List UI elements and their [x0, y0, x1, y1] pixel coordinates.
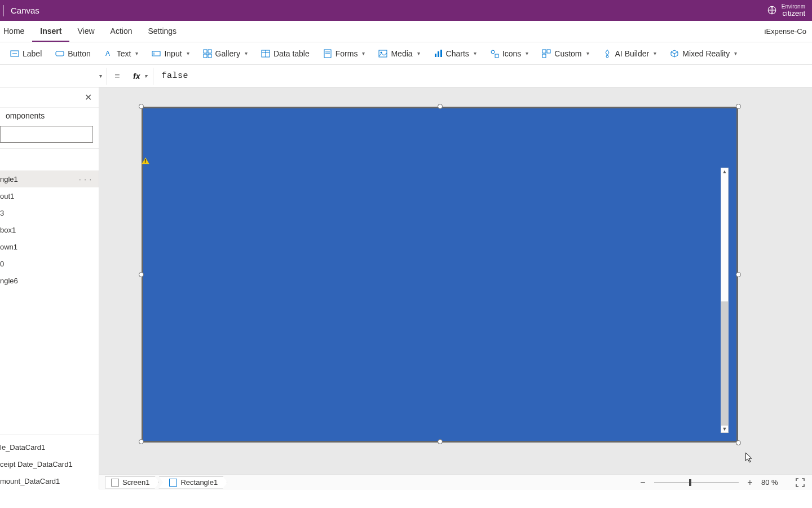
insert-input-text: Input: [164, 49, 182, 58]
property-dropdown[interactable]: ▾: [0, 68, 107, 85]
design-canvas[interactable]: ▲ ▼: [99, 87, 812, 489]
insert-media-button[interactable]: Media ▾: [373, 47, 425, 60]
menu-settings[interactable]: Settings: [140, 21, 185, 42]
chevron-down-icon: ▾: [586, 50, 589, 56]
chevron-down-icon: ▾: [187, 50, 189, 56]
scroll-down-icon[interactable]: ▼: [721, 426, 728, 432]
breadcrumb-control[interactable]: Rectangle1: [158, 476, 227, 489]
insert-button-button[interactable]: Button: [50, 47, 96, 60]
insert-text-button[interactable]: A Text ▾: [99, 47, 144, 60]
zoom-percent: 80 %: [761, 478, 788, 487]
insert-mixedreality-button[interactable]: Mixed Reality ▾: [664, 47, 743, 60]
tree-item[interactable]: out1: [0, 187, 99, 204]
insert-input-button[interactable]: Input ▾: [146, 47, 195, 60]
tree-item[interactable]: ngle1· · ·: [0, 170, 99, 187]
tree-item[interactable]: own1: [0, 238, 99, 255]
tree-item-label: out1: [0, 192, 14, 200]
resize-handle-bottom-mid[interactable]: [438, 439, 443, 444]
tree-item[interactable]: 0: [0, 255, 99, 272]
chevron-down-icon: ▾: [245, 50, 248, 56]
main-area: ✕ omponents ngle1· · ·out13box1own10ngle…: [0, 87, 812, 489]
resize-handle-top-mid[interactable]: [438, 104, 443, 109]
svg-rect-24: [542, 50, 546, 53]
svg-rect-23: [495, 54, 498, 58]
insert-label-button[interactable]: Label: [5, 47, 47, 60]
chevron-down-icon: ▾: [99, 73, 102, 79]
button-icon: [55, 49, 64, 58]
tree-item[interactable]: 3: [0, 204, 99, 221]
svg-rect-8: [208, 50, 211, 53]
tree-item[interactable]: ceipt Date_DataCard1: [0, 456, 99, 472]
insert-icons-button[interactable]: Icons ▾: [484, 47, 534, 60]
label-icon: [10, 49, 19, 58]
svg-rect-17: [379, 50, 387, 57]
scroll-up-icon[interactable]: ▲: [721, 168, 728, 175]
warning-icon[interactable]: [142, 157, 149, 164]
insert-icons-text: Icons: [502, 49, 521, 58]
tree-item-label: 0: [0, 260, 4, 268]
inner-scrollbar[interactable]: ▲ ▼: [721, 168, 729, 433]
resize-handle-top-left[interactable]: [139, 104, 144, 109]
insert-forms-button[interactable]: Forms ▾: [317, 47, 371, 60]
tree-search-input[interactable]: [0, 126, 93, 143]
equals-sign: =: [112, 71, 123, 81]
tree-item-label: le_DataCard1: [0, 443, 45, 452]
resize-handle-bottom-right[interactable]: [736, 440, 741, 445]
breadcrumb-screen-label: Screen1: [122, 478, 149, 487]
svg-rect-20: [438, 51, 439, 57]
chevron-down-icon: ▾: [362, 50, 365, 56]
insert-gallery-button[interactable]: Gallery ▾: [197, 47, 253, 60]
top-menu: Home Insert View Action Settings iExpens…: [0, 21, 812, 42]
insert-aibuilder-button[interactable]: AI Builder ▾: [597, 47, 663, 60]
svg-rect-10: [208, 54, 211, 58]
tree-item-label: own1: [0, 243, 17, 251]
insert-label-text: Label: [23, 49, 42, 58]
resize-handle-bottom-left[interactable]: [139, 439, 144, 444]
zoom-slider-thumb[interactable]: [689, 479, 691, 486]
svg-text:A: A: [105, 50, 110, 58]
formula-input[interactable]: false: [158, 71, 809, 81]
tree-item-label: ngle1: [0, 175, 18, 183]
menu-insert[interactable]: Insert: [32, 21, 69, 42]
breadcrumb-screen[interactable]: Screen1: [105, 476, 159, 489]
chevron-down-icon: ▾: [135, 50, 138, 56]
title-bar: Canvas Environm citizent: [0, 0, 812, 21]
tree-item[interactable]: ngle6: [0, 272, 99, 289]
more-icon[interactable]: · · ·: [79, 175, 94, 183]
svg-rect-7: [204, 50, 207, 53]
tree-item[interactable]: box1: [0, 221, 99, 238]
insert-custom-button[interactable]: Custom ▾: [536, 47, 594, 60]
zoom-out-button[interactable]: −: [638, 478, 647, 488]
zoom-in-button[interactable]: +: [745, 478, 754, 488]
status-bar: Screen1 Rectangle1 − + 80 %: [99, 474, 812, 490]
environment-icon[interactable]: [767, 5, 777, 15]
rectangle-control[interactable]: [142, 107, 738, 443]
insert-button-text: Button: [68, 49, 90, 58]
components-tab[interactable]: omponents: [0, 108, 99, 126]
charts-icon: [434, 49, 443, 58]
resize-handle-top-right[interactable]: [736, 104, 741, 109]
insert-charts-button[interactable]: Charts ▾: [428, 47, 482, 60]
tree-item[interactable]: mount_DataCard1: [0, 472, 99, 489]
fit-to-window-icon[interactable]: [795, 478, 805, 488]
insert-gallery-text: Gallery: [215, 49, 240, 58]
menu-action[interactable]: Action: [103, 21, 140, 42]
gallery-icon: [203, 49, 212, 58]
tree-item-label: box1: [0, 226, 16, 234]
zoom-slider[interactable]: [654, 482, 739, 483]
insert-media-text: Media: [391, 49, 412, 58]
fx-button[interactable]: fx ▾: [127, 68, 153, 85]
resize-handle-mid-left[interactable]: [139, 272, 144, 277]
tree-item-label: 3: [0, 209, 4, 217]
aibuilder-icon: [603, 49, 612, 58]
close-icon[interactable]: ✕: [82, 90, 94, 105]
scrollbar-thumb[interactable]: [721, 301, 728, 426]
tree-item[interactable]: le_DataCard1: [0, 439, 99, 456]
menu-home[interactable]: Home: [0, 21, 32, 42]
menu-view[interactable]: View: [69, 21, 102, 42]
svg-rect-19: [435, 54, 436, 57]
insert-mixedreality-text: Mixed Reality: [682, 49, 730, 58]
resize-handle-mid-right[interactable]: [736, 272, 741, 277]
insert-datatable-button[interactable]: Data table: [255, 47, 315, 60]
fx-icon: fx: [133, 72, 140, 81]
